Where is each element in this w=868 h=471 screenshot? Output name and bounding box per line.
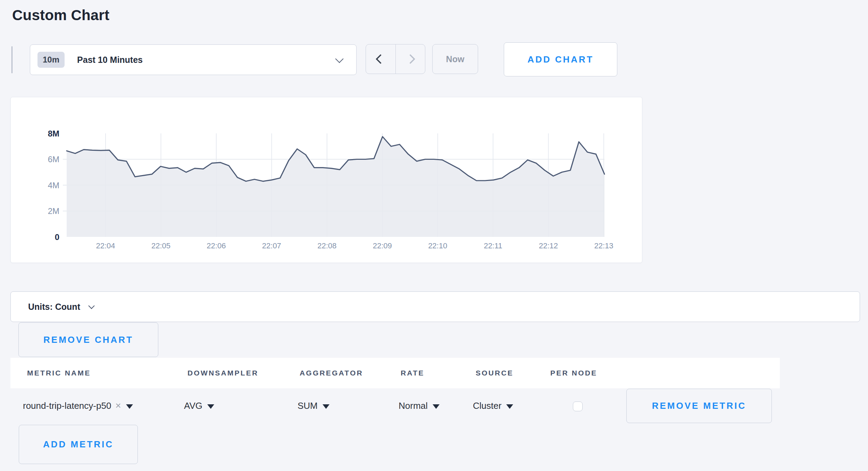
remove-tag-icon[interactable]: × [115, 400, 121, 411]
column-header-per-node: PER NODE [550, 358, 597, 388]
units-select-label: Units: Count [28, 302, 80, 312]
downsampler-value: AVG [184, 400, 202, 411]
caret-down-icon [207, 404, 214, 409]
aggregator-value: SUM [298, 400, 318, 411]
column-header-downsampler: DOWNSAMPLER [187, 358, 258, 388]
svg-text:22:08: 22:08 [317, 241, 336, 250]
chevron-down-icon [88, 303, 94, 309]
column-header-metric-name: METRIC NAME [27, 358, 91, 388]
add-chart-button[interactable]: ADD CHART [504, 42, 617, 76]
source-value: Cluster [473, 400, 501, 411]
svg-text:0: 0 [55, 232, 59, 242]
now-button[interactable]: Now [432, 44, 478, 74]
chart-card: 8M6M4M2M022:0422:0522:0622:0722:0822:092… [10, 97, 642, 263]
per-node-checkbox[interactable] [573, 402, 583, 411]
svg-text:22:12: 22:12 [539, 241, 558, 250]
caret-down-icon [433, 404, 440, 409]
timeseries-area-chart: 8M6M4M2M022:0422:0522:0622:0722:0822:092… [11, 97, 642, 263]
source-dropdown[interactable]: Cluster [473, 388, 513, 423]
toolbar-left-divider [11, 46, 12, 73]
units-select[interactable]: Units: Count [10, 291, 860, 322]
time-nav-group [366, 44, 425, 74]
caret-down-icon [506, 404, 513, 409]
svg-text:2M: 2M [48, 206, 59, 216]
caret-down-icon [126, 404, 133, 409]
svg-text:8M: 8M [48, 129, 59, 138]
rate-value: Normal [399, 400, 428, 411]
next-time-button[interactable] [396, 44, 425, 74]
svg-text:22:06: 22:06 [207, 241, 226, 250]
svg-text:22:04: 22:04 [96, 241, 115, 250]
page-title: Custom Chart [12, 7, 109, 24]
time-range-select[interactable]: 10m Past 10 Minutes [30, 44, 357, 75]
chevron-down-icon [335, 55, 343, 63]
caret-down-icon [323, 404, 329, 409]
svg-text:6M: 6M [48, 155, 59, 164]
svg-text:22:13: 22:13 [594, 241, 613, 250]
column-header-aggregator: AGGREGATOR [300, 358, 363, 388]
column-header-rate: RATE [401, 358, 424, 388]
metric-name-value: round-trip-latency-p50 [23, 400, 111, 411]
downsampler-dropdown[interactable]: AVG [184, 388, 214, 423]
svg-text:22:05: 22:05 [151, 241, 170, 250]
time-range-badge: 10m [37, 52, 65, 68]
metric-name-dropdown[interactable]: round-trip-latency-p50 × [23, 388, 133, 423]
remove-metric-button[interactable]: REMOVE METRIC [626, 389, 772, 423]
chevron-right-icon [406, 54, 415, 64]
chevron-left-icon [376, 54, 385, 64]
remove-chart-button[interactable]: REMOVE CHART [18, 322, 158, 357]
svg-text:22:11: 22:11 [484, 241, 502, 250]
metrics-table-header: METRIC NAME DOWNSAMPLER AGGREGATOR RATE … [10, 358, 780, 388]
add-metric-button[interactable]: ADD METRIC [19, 425, 138, 464]
aggregator-dropdown[interactable]: SUM [298, 388, 329, 423]
prev-time-button[interactable] [366, 44, 396, 74]
svg-text:22:10: 22:10 [428, 241, 447, 250]
svg-text:22:07: 22:07 [262, 241, 281, 250]
rate-dropdown[interactable]: Normal [399, 388, 440, 423]
svg-text:4M: 4M [48, 181, 59, 190]
column-header-source: SOURCE [476, 358, 514, 388]
svg-text:22:09: 22:09 [373, 241, 392, 250]
time-range-label: Past 10 Minutes [77, 55, 143, 65]
